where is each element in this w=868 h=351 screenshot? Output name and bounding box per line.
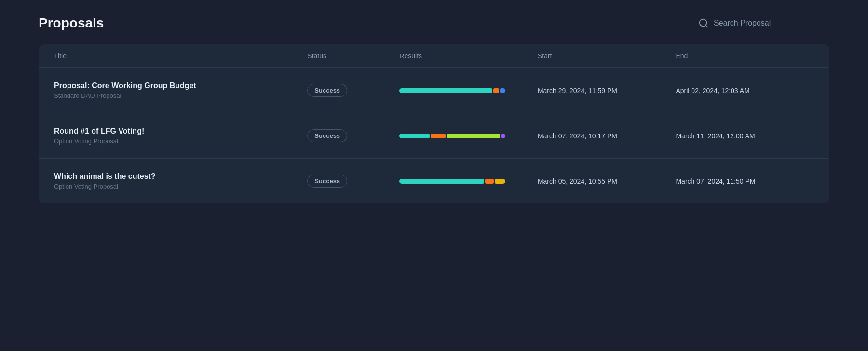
bar-segment — [485, 179, 494, 184]
start-date: March 05, 2024, 10:55 PM — [538, 177, 676, 185]
bar-segment — [493, 88, 499, 93]
page-header: Proposals — [39, 15, 829, 31]
start-date: March 07, 2024, 10:17 PM — [538, 132, 676, 140]
proposal-info: Round #1 of LFG Voting! Option Voting Pr… — [54, 127, 307, 145]
bar-segment — [495, 179, 505, 184]
bar-segment — [447, 134, 500, 138]
end-date: March 11, 2024, 12:00 AM — [676, 132, 814, 140]
bar-segment — [500, 88, 506, 93]
col-start: Start — [538, 52, 676, 60]
bar-segment — [399, 88, 492, 93]
proposal-type: Standard DAO Proposal — [54, 92, 307, 99]
col-end: End — [676, 52, 814, 60]
proposal-info: Proposal: Core Working Group Budget Stan… — [54, 81, 307, 99]
bar-segment — [399, 179, 484, 184]
proposal-title: Round #1 of LFG Voting! — [54, 127, 307, 135]
results-cell — [399, 88, 538, 93]
table-row[interactable]: Proposal: Core Working Group Budget Stan… — [39, 68, 829, 113]
page-title: Proposals — [39, 15, 104, 31]
status-badge: Success — [307, 175, 347, 188]
proposal-type: Option Voting Proposal — [54, 137, 307, 145]
status-cell: Success — [307, 175, 399, 188]
proposal-type: Option Voting Proposal — [54, 183, 307, 190]
results-bar — [399, 179, 505, 184]
table-row[interactable]: Which animal is the cutest? Option Votin… — [39, 159, 829, 203]
search-icon — [698, 18, 709, 28]
table-header: Title Status Results Start End — [39, 44, 829, 68]
results-cell — [399, 179, 538, 184]
status-badge: Success — [307, 84, 347, 97]
col-results: Results — [399, 52, 538, 60]
start-date: March 29, 2024, 11:59 PM — [538, 87, 676, 94]
proposal-title: Proposal: Core Working Group Budget — [54, 81, 307, 90]
col-status: Status — [307, 52, 399, 60]
proposal-info: Which animal is the cutest? Option Votin… — [54, 172, 307, 190]
results-bar — [399, 134, 505, 138]
bar-segment — [399, 134, 429, 138]
search-wrapper — [698, 18, 829, 28]
bar-segment — [431, 134, 446, 138]
svg-line-1 — [705, 25, 707, 27]
results-bar — [399, 88, 505, 93]
proposal-title: Which animal is the cutest? — [54, 172, 307, 181]
search-input[interactable] — [714, 19, 829, 27]
status-badge: Success — [307, 129, 347, 142]
proposals-table: Title Status Results Start End Proposal:… — [39, 44, 829, 203]
status-cell: Success — [307, 84, 399, 97]
end-date: April 02, 2024, 12:03 AM — [676, 87, 814, 94]
end-date: March 07, 2024, 11:50 PM — [676, 177, 814, 185]
table-row[interactable]: Round #1 of LFG Voting! Option Voting Pr… — [39, 113, 829, 159]
col-title: Title — [54, 52, 307, 60]
status-cell: Success — [307, 129, 399, 142]
bar-segment — [501, 134, 505, 138]
results-cell — [399, 134, 538, 138]
